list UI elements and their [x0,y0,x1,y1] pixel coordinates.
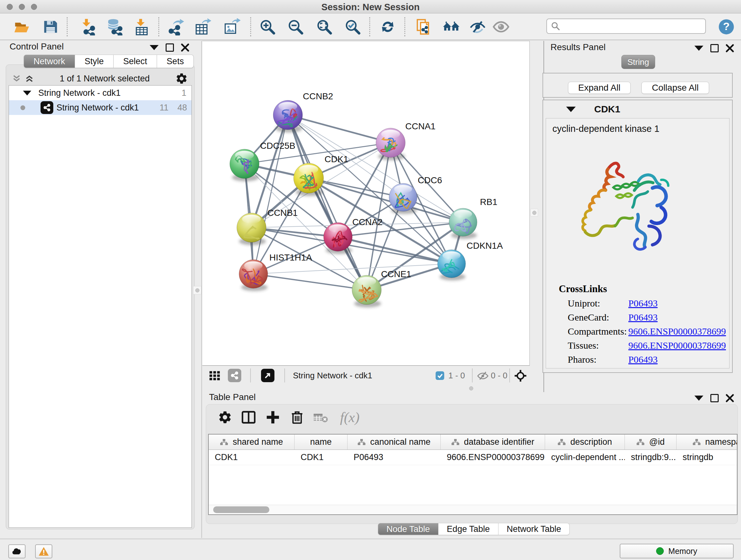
column-header--id[interactable]: @id [625,435,677,449]
graph-node-CCNB1[interactable] [237,213,266,245]
refresh-icon[interactable] [379,18,397,36]
left-splitter-handle[interactable] [193,286,201,294]
import-network-database-icon[interactable] [105,18,123,36]
search-input[interactable] [560,20,705,33]
column-header-description[interactable]: description [545,435,625,449]
split-columns-icon[interactable] [240,409,257,426]
graph-node-CDC6[interactable] [389,183,417,214]
main-toolbar: ? [0,13,741,40]
zoom-fit-icon[interactable] [315,18,333,36]
home-layout-icon[interactable] [442,18,460,36]
graph-node-CCNA2[interactable] [324,223,352,254]
bottom-splitter-handle[interactable] [467,385,475,391]
network-graph[interactable]: CCNB2CCNA1CDC25BCDK1CDC6RB1CCNB1CCNA2CDK… [202,41,529,365]
open-in-window-icon[interactable] [261,369,274,382]
crosslink-row: GeneCard:P06493 [568,312,726,323]
expand-all-icon[interactable] [12,75,21,82]
network-row[interactable]: String Network - cdk1 11 48 [9,100,192,115]
crosslink-row: Uniprot:P06493 [568,298,726,309]
help-icon[interactable]: ? [718,18,735,36]
panel-float-icon[interactable] [165,44,174,52]
copy-network-icon[interactable] [415,18,433,36]
crosslink-link[interactable]: P06493 [628,354,658,365]
grid-view-icon[interactable] [209,369,221,381]
panel-close-icon[interactable] [726,44,734,52]
graph-node-CCNA1[interactable] [376,128,405,160]
center-view-icon[interactable] [514,369,527,382]
panel-float-icon[interactable] [711,394,719,402]
table-tabs: Node TableEdge TableNetwork Table [378,523,569,535]
collapse-all-button[interactable]: Collapse All [642,82,709,94]
add-column-icon[interactable] [265,409,281,426]
tab-network-table[interactable]: Network Table [498,523,570,535]
panel-float-icon[interactable] [711,44,719,52]
tab-select[interactable]: Select [114,55,157,68]
export-image-icon[interactable] [223,18,241,36]
graph-node-HIST1H1A[interactable] [239,260,268,291]
zoom-out-icon[interactable] [286,18,305,36]
crosslink-link[interactable]: 9606.ENSP00000378699 [628,326,726,337]
network-collection-row[interactable]: String Network - cdk1 1 [9,85,192,100]
gear-icon[interactable] [217,409,233,426]
save-session-icon[interactable] [42,18,59,36]
crosslink-link[interactable]: P06493 [628,298,658,309]
table-row[interactable]: CDK1CDK1P064939606.ENSP00000378699cyclin… [209,450,737,465]
graph-node-CDC25B[interactable] [230,149,259,181]
cloud-button[interactable] [8,544,25,558]
graph-node-RB1[interactable] [449,208,477,239]
warning-button[interactable] [35,544,52,558]
panel-menu-icon[interactable] [694,395,703,401]
column-header-namespace[interactable]: namespace [677,435,738,449]
column-header-name[interactable]: name [294,435,347,449]
graph-node-CDKN1A[interactable] [437,250,466,280]
collapse-all-icon[interactable] [24,75,34,82]
hide-selected-icon[interactable] [469,18,487,36]
crosslink-link[interactable]: P06493 [628,312,658,323]
delete-column-icon[interactable] [289,409,306,426]
right-splitter-handle[interactable] [530,209,538,216]
protein-details: cyclin-dependent kinase 1 [546,118,730,368]
graph-node-CCNB2[interactable] [273,100,302,132]
tab-style[interactable]: Style [75,55,114,68]
control-panel-title: Control Panel [10,42,64,52]
collapse-triangle-icon[interactable] [23,91,31,96]
import-table-icon[interactable] [132,18,150,36]
panel-menu-icon[interactable] [694,46,703,51]
open-session-icon[interactable] [13,18,30,36]
protein-header[interactable]: CDK1 [543,100,732,118]
selected-checkbox-icon[interactable] [435,371,444,380]
graph-node-CCNE1[interactable] [352,275,381,307]
zoom-selected-icon[interactable] [344,18,361,36]
show-all-icon[interactable] [492,18,510,36]
import-network-file-icon[interactable] [78,18,96,36]
network-canvas[interactable]: CCNB2CCNA1CDC25BCDK1CDC6RB1CCNB1CCNA2CDK… [202,41,530,366]
zoom-in-icon[interactable] [259,18,276,36]
export-table-icon[interactable] [194,18,212,36]
table-panel-title: Table Panel [209,392,256,402]
crosslink-link[interactable]: 9606.ENSP00000378699 [628,340,726,351]
memory-button[interactable]: Memory [620,544,734,558]
column-header-shared-name[interactable]: shared name [209,435,294,449]
column-header-canonical-name[interactable]: canonical name [347,435,441,449]
network-badge-icon[interactable] [228,369,241,382]
graph-node-label: CCNA1 [405,121,435,131]
panel-close-icon[interactable] [726,394,734,402]
tab-network[interactable]: Network [23,55,75,68]
graph-node-CDK1[interactable] [293,163,324,196]
results-panel: Results Panel String Expand All Collapse… [543,41,741,392]
clear-table-icon[interactable] [313,409,329,426]
collapse-triangle-icon[interactable] [566,107,576,112]
gear-icon[interactable] [175,72,188,85]
tab-string[interactable]: String [621,55,655,69]
expand-all-button[interactable]: Expand All [568,82,630,94]
tab-edge-table[interactable]: Edge Table [439,523,498,535]
scrollbar-thumb[interactable] [213,506,269,513]
panel-close-icon[interactable] [181,44,189,52]
horizontal-scrollbar[interactable] [209,505,737,514]
export-network-icon[interactable] [167,18,185,36]
function-icon[interactable]: f(x) [334,409,366,426]
panel-menu-icon[interactable] [150,45,158,50]
tab-sets[interactable]: Sets [157,55,194,68]
column-header-database-identifier[interactable]: database identifier [441,435,545,449]
tab-node-table[interactable]: Node Table [378,523,439,535]
